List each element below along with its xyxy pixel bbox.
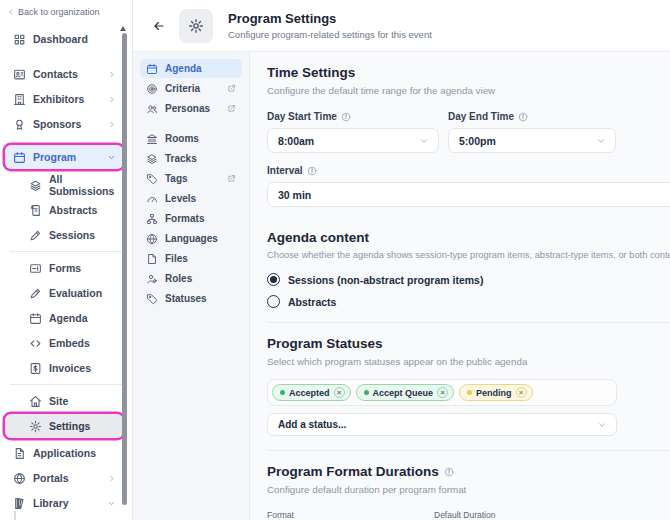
sidebar-item-exhibitors[interactable]: Exhibitors [5,87,123,111]
info-icon [307,166,317,176]
globe-icon [13,472,26,485]
day-end-time-label: Day End Time [448,111,616,122]
sidebar-item-agenda[interactable]: Agenda [5,306,123,330]
sidebar-item-settings[interactable]: Settings [5,414,123,438]
chevron-down-icon [596,136,606,146]
info-icon [341,112,351,122]
external-link-icon [227,84,236,93]
sidebar-scrollbar[interactable] [122,33,127,505]
home-icon [29,395,42,408]
pen-icon [29,229,42,242]
sidebar-item-all-submissions[interactable]: All Submissions [5,173,123,197]
settings-nav-item-levels[interactable]: Levels [140,189,242,208]
sidebar-item-embeds[interactable]: Embeds [5,331,123,355]
sidebar-item-label: Contacts [33,68,78,80]
bank-icon [146,133,158,145]
settings-nav-item-formats[interactable]: Formats [140,209,242,228]
sidebar-item-abstracts[interactable]: Abstracts [5,198,123,222]
interval-select[interactable]: 30 min [267,182,670,207]
target-icon [146,83,158,95]
gear-icon [29,420,42,433]
scrollbar-up-arrow[interactable] [120,26,126,31]
remove-chip-button[interactable]: × [334,387,345,398]
back-arrow-icon[interactable] [152,19,166,33]
remove-chip-button[interactable]: × [516,387,527,398]
sidebar-item-label: Settings [49,420,90,432]
external-link-icon [227,104,236,113]
status-chip-pending: Pending × [459,384,533,401]
settings-nav-item-languages[interactable]: Languages [140,229,242,248]
contact-card-icon [13,68,26,81]
nav-item-label: Levels [165,193,196,204]
globe-icon [146,233,158,245]
day-start-time-value: 8:00am [278,135,314,147]
settings-nav-item-rooms[interactable]: Rooms [140,129,242,148]
settings-header-tile [179,9,213,43]
sidebar-item-sponsors[interactable]: Sponsors [5,112,123,136]
add-status-select[interactable]: Add a status... [267,413,617,436]
settings-nav-item-files[interactable]: Files [140,249,242,268]
sidebar-item-sessions[interactable]: Sessions [5,223,123,247]
status-dot [364,390,369,395]
radio-label: Sessions (non-abstract program items) [288,274,483,286]
settings-nav-item-personas[interactable]: Personas [140,99,242,118]
time-settings-section: Time Settings Configure the default time… [267,65,670,207]
sidebar-item-library[interactable]: Library [5,491,123,515]
radio-selected[interactable] [267,273,280,286]
settings-nav-item-tracks[interactable]: Tracks [140,149,242,168]
sidebar-divider [10,384,122,385]
radio-label: Abstracts [288,296,336,308]
sidebar-item-label: Dashboard [33,33,88,45]
nav-item-label: Formats [165,213,204,224]
sidebar-item-dashboard[interactable]: Dashboard [5,27,123,51]
day-end-time-value: 5:00pm [459,135,496,147]
day-end-time-select[interactable]: 5:00pm [448,128,616,153]
day-start-time-label: Day Start Time [267,111,439,122]
sidebar-item-portals[interactable]: Portals [5,466,123,490]
day-start-time-select[interactable]: 8:00am [267,128,439,153]
chevron-down-icon [107,499,116,508]
chevron-right-icon [107,474,116,483]
sidebar-item-program[interactable]: Program [5,145,123,169]
chevron-down-icon [597,420,607,430]
radio-option-abstracts[interactable]: Abstracts [267,295,670,308]
sidebar-item-contacts[interactable]: Contacts [5,62,123,86]
agenda-content-subtitle: Choose whether the agenda shows session-… [267,250,670,260]
file-icon [146,253,158,265]
invoice-icon [29,362,42,375]
settings-nav-item-statuses[interactable]: Statuses [140,289,242,308]
status-dot [280,390,285,395]
code-icon [29,337,42,350]
chevron-right-icon [107,95,116,104]
radio-option-sessions[interactable]: Sessions (non-abstract program items) [267,273,670,286]
status-chip-accepted: Accepted × [272,384,351,401]
settings-nav-item-agenda[interactable]: Agenda [140,59,242,78]
chip-label: Accept Queue [373,388,434,398]
settings-content: Time Settings Configure the default time… [250,52,670,520]
sub-list-connector [14,511,16,520]
sidebar-item-invoices[interactable]: Invoices [5,356,123,380]
back-to-organization-link[interactable]: Back to organization [0,0,132,17]
person-gear-icon [146,273,158,285]
chevron-left-icon [7,8,15,16]
sidebar-item-applications[interactable]: Applications [5,441,123,465]
sidebar-item-evaluation[interactable]: Evaluation [5,281,123,305]
sidebar-item-forms[interactable]: Forms [5,256,123,280]
sidebar-item-site[interactable]: Site [5,389,123,413]
nav-item-label: Criteria [165,83,200,94]
document-icon [13,447,26,460]
radio-unselected[interactable] [267,295,280,308]
settings-nav-item-criteria[interactable]: Criteria [140,79,242,98]
badge-icon [13,118,26,131]
nav-item-label: Tags [165,173,188,184]
chip-label: Pending [476,388,512,398]
sidebar-item-label: Evaluation [49,287,102,299]
default-duration-label: Default Duration [434,510,593,520]
remove-chip-button[interactable]: × [437,387,448,398]
hierarchy-icon [146,213,158,225]
settings-nav-item-roles[interactable]: Roles [140,269,242,288]
calendar-icon [146,63,158,75]
nav-item-label: Personas [165,103,210,114]
settings-nav-item-tags[interactable]: Tags [140,169,242,188]
sidebar-item-label: Agenda [49,312,88,324]
